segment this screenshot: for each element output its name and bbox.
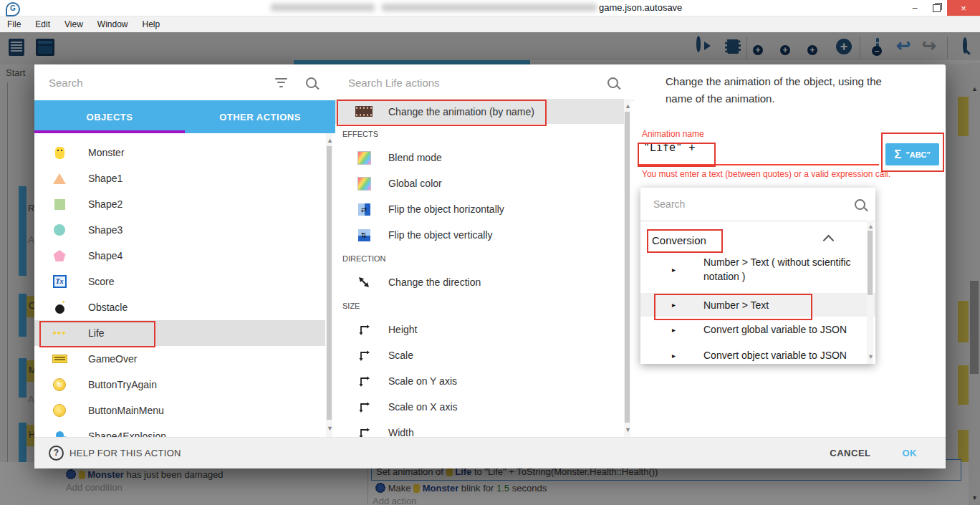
menu-view[interactable]: View bbox=[57, 19, 90, 29]
dialog-footer: ? HELP FOR THIS ACTION CANCEL OK bbox=[34, 437, 946, 468]
blurred-path-segment bbox=[271, 4, 375, 11]
corner-arrow-icon bbox=[357, 400, 370, 413]
bomb-icon bbox=[55, 304, 64, 314]
scroll-up-icon[interactable]: ▲ bbox=[625, 103, 631, 110]
color-icon bbox=[357, 177, 371, 191]
scroll-down-icon[interactable]: ▼ bbox=[625, 427, 631, 433]
menu-edit[interactable]: Edit bbox=[28, 19, 57, 29]
title-bar: G game.json.autosave – × bbox=[0, 0, 980, 16]
tab-other-actions[interactable]: OTHER ACTIONS bbox=[185, 100, 335, 133]
monster-icon bbox=[55, 147, 64, 159]
section-size: SIZE bbox=[335, 295, 624, 317]
menu-window[interactable]: Window bbox=[90, 19, 135, 29]
expr-global-var-to-json[interactable]: ▸ Convert global variable to JSON bbox=[640, 317, 875, 342]
blurred-path-segment bbox=[382, 4, 597, 11]
filter-icon[interactable] bbox=[275, 78, 287, 87]
cancel-button[interactable]: CANCEL bbox=[821, 442, 879, 464]
flip-vertical-icon: ⇅ bbox=[358, 229, 370, 241]
expression-dropdown: Conversion ▸ Number > Text ( without sci… bbox=[640, 188, 875, 364]
home-button-icon: ⌂ bbox=[53, 404, 66, 417]
gameover-icon bbox=[52, 355, 67, 363]
menu-file[interactable]: File bbox=[0, 19, 28, 29]
object-panel: OBJECTS OTHER ACTIONS Monster Shape1 Sha… bbox=[34, 64, 335, 437]
object-row-shape2[interactable]: Shape2 bbox=[34, 191, 325, 217]
scroll-up-icon[interactable]: ▲ bbox=[868, 223, 874, 230]
annotation-box-number-to-text bbox=[654, 294, 812, 320]
square-icon bbox=[54, 199, 65, 210]
window-title: game.json.autosave bbox=[599, 2, 682, 13]
object-row-obstacle[interactable]: Obstacle bbox=[34, 294, 325, 320]
menu-help[interactable]: Help bbox=[135, 19, 168, 29]
caret-icon: ▸ bbox=[640, 352, 676, 360]
caret-icon: ▸ bbox=[640, 326, 676, 334]
action-search-row bbox=[335, 64, 634, 101]
help-link[interactable]: HELP FOR THIS ACTION bbox=[69, 448, 181, 458]
corner-arrow-icon bbox=[357, 426, 370, 437]
action-row-scale-y[interactable]: Scale on Y axis bbox=[335, 368, 624, 394]
object-row-buttontryagain[interactable]: ↻ButtonTryAgain bbox=[34, 372, 325, 398]
flip-horizontal-icon: ⇄ bbox=[358, 203, 370, 216]
object-row-shape4[interactable]: Shape4 bbox=[34, 243, 325, 269]
explosion-icon bbox=[56, 431, 64, 438]
object-row-shape4explosion[interactable]: Shape4Explosion bbox=[34, 423, 325, 437]
object-row-shape3[interactable]: Shape3 bbox=[34, 217, 325, 243]
object-search-input[interactable] bbox=[47, 76, 275, 90]
caret-icon: ▸ bbox=[640, 266, 676, 274]
object-row-gameover[interactable]: GameOver bbox=[34, 346, 325, 372]
tab-objects[interactable]: OBJECTS bbox=[34, 100, 185, 133]
annotation-box-conversion bbox=[647, 229, 723, 253]
search-icon bbox=[607, 77, 618, 88]
annotation-box-change-animation bbox=[337, 100, 547, 126]
object-row-monster[interactable]: Monster bbox=[34, 140, 325, 165]
object-list-scrollbar[interactable]: ▲ ▼ bbox=[326, 133, 332, 437]
annotation-box-life bbox=[39, 321, 155, 347]
section-direction: DIRECTION bbox=[335, 248, 624, 269]
menu-bar: File Edit View Window Help bbox=[0, 16, 980, 32]
ok-button[interactable]: OK bbox=[894, 442, 926, 464]
expr-number-to-text-nosci[interactable]: ▸ Number > Text ( without scientific not… bbox=[640, 251, 875, 287]
action-row-global-color[interactable]: Global color bbox=[335, 170, 624, 196]
text-object-icon: Tx bbox=[53, 275, 67, 288]
expression-search-row bbox=[640, 188, 875, 221]
action-row-flip-vertical[interactable]: ⇅Flip the object vertically bbox=[335, 222, 624, 248]
help-icon: ? bbox=[49, 446, 64, 461]
action-row-change-direction[interactable]: Change the direction bbox=[335, 269, 624, 295]
gdevelop-logo-icon: G bbox=[6, 2, 20, 16]
action-row-scale-x[interactable]: Scale on X axis bbox=[335, 394, 624, 420]
annotation-box-value bbox=[638, 143, 716, 167]
action-row-height[interactable]: Height bbox=[335, 317, 624, 342]
object-row-buttonmainmenu[interactable]: ⌂ButtonMainMenu bbox=[34, 398, 325, 423]
action-search-input[interactable] bbox=[347, 76, 607, 90]
minimize-button[interactable]: – bbox=[904, 0, 926, 16]
annotation-box-expression-button bbox=[881, 133, 944, 172]
action-row-blend-mode[interactable]: Blend mode bbox=[335, 145, 624, 170]
object-list: Monster Shape1 Shape2 Shape3 Shape4 TxSc… bbox=[34, 133, 325, 437]
action-list-scrollbar[interactable]: ▲ ▼ bbox=[624, 99, 630, 437]
corner-arrow-icon bbox=[357, 375, 370, 388]
object-row-score[interactable]: TxScore bbox=[34, 269, 325, 294]
search-icon bbox=[855, 199, 865, 210]
pentagon-icon bbox=[54, 250, 66, 261]
section-effects: EFFECTS bbox=[335, 123, 624, 145]
dropdown-scrollbar[interactable]: ▲ ▼ bbox=[867, 221, 873, 364]
gdevelop-window: G game.json.autosave – × File Edit View … bbox=[0, 0, 980, 505]
chevron-up-icon bbox=[823, 234, 835, 246]
action-row-width[interactable]: Width bbox=[335, 420, 624, 437]
scroll-up-icon[interactable]: ▲ bbox=[327, 138, 333, 144]
corner-arrow-icon bbox=[357, 323, 370, 336]
expr-object-var-to-json[interactable]: ▸ Convert object variable to JSON bbox=[640, 342, 875, 364]
restore-icon bbox=[933, 4, 941, 12]
animation-name-label: Animation name bbox=[642, 129, 704, 139]
corner-arrow-icon bbox=[357, 349, 370, 362]
scroll-down-icon[interactable]: ▼ bbox=[327, 425, 333, 432]
object-row-shape1[interactable]: Shape1 bbox=[34, 165, 325, 191]
expression-search-input[interactable] bbox=[652, 198, 855, 211]
close-button[interactable]: × bbox=[947, 0, 980, 16]
restore-button[interactable] bbox=[926, 0, 947, 16]
triangle-icon bbox=[53, 173, 66, 184]
action-row-flip-horizontal[interactable]: ⇄Flip the object horizontally bbox=[335, 196, 624, 222]
blend-mode-icon bbox=[357, 151, 371, 165]
scroll-down-icon[interactable]: ▼ bbox=[868, 354, 874, 360]
circle-icon bbox=[54, 224, 65, 236]
action-row-scale[interactable]: Scale bbox=[335, 342, 624, 368]
